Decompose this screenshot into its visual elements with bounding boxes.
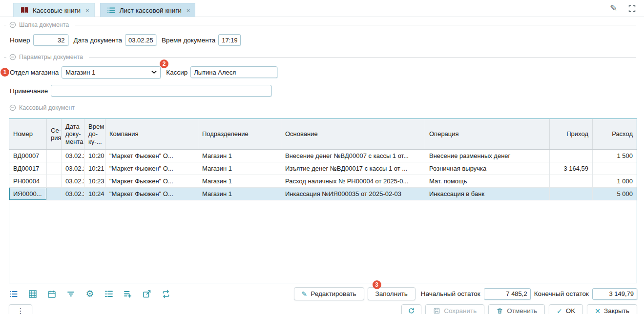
- cashier-input[interactable]: [190, 66, 277, 78]
- table-cell[interactable]: 5 000: [593, 188, 637, 200]
- close-button[interactable]: ✕ Закрыть: [587, 304, 637, 314]
- column-header[interactable]: Подразделение: [198, 119, 281, 149]
- refresh-icon: [408, 307, 415, 314]
- more-button[interactable]: ⋮: [9, 304, 32, 314]
- table-cell[interactable]: Расход наличных № РН00004 от 2025-0...: [281, 175, 425, 187]
- table-cell[interactable]: "Маркет Фьюжен" О...: [105, 150, 198, 162]
- trash-icon: [496, 307, 503, 314]
- table-cell[interactable]: ИЯ0000...: [9, 188, 47, 200]
- table-cell[interactable]: Розничная выручка: [425, 162, 550, 175]
- grid-view-icon[interactable]: [28, 289, 38, 299]
- list-view-icon[interactable]: [9, 289, 19, 299]
- table-cell[interactable]: [47, 162, 62, 175]
- table-cell[interactable]: Магазин 1: [198, 188, 281, 200]
- table-cell[interactable]: Инкассация в банк: [425, 188, 550, 200]
- tab-close-icon[interactable]: ×: [187, 7, 190, 14]
- table-cell[interactable]: 03.02.25: [62, 162, 84, 175]
- gear-icon[interactable]: ⚙: [85, 289, 95, 299]
- column-header[interactable]: Приход: [550, 119, 593, 149]
- column-header[interactable]: Се- рия: [47, 119, 62, 149]
- start-balance-input[interactable]: [484, 288, 531, 300]
- table-cell[interactable]: "Маркет Фьюжен" О...: [105, 175, 198, 187]
- save-button[interactable]: Сохранить: [425, 304, 484, 314]
- table-cell[interactable]: [550, 175, 593, 187]
- table-cell[interactable]: 03.02.25: [62, 150, 84, 162]
- tab-cash-books[interactable]: Кассовые книги ×: [13, 3, 95, 17]
- tab-cash-book-sheet[interactable]: Лист кассовой книги ×: [100, 3, 196, 17]
- table-cell[interactable]: [593, 162, 637, 175]
- refresh-button[interactable]: [401, 304, 421, 314]
- tab-bar: Кассовые книги × Лист кассовой книги × ✎: [0, 0, 644, 17]
- table-row[interactable]: РН0000403.02.2510:23"Маркет Фьюжен" О...…: [9, 175, 637, 188]
- date-input[interactable]: [125, 34, 156, 46]
- note-input[interactable]: [51, 85, 271, 97]
- tab-close-icon[interactable]: ×: [85, 7, 89, 14]
- number-input[interactable]: [33, 34, 68, 46]
- list-icon: [106, 5, 116, 15]
- table-cell[interactable]: Мат. помощь: [425, 175, 550, 187]
- table-cell[interactable]: 1 000: [593, 175, 637, 187]
- section-title-text: Кассовый документ: [19, 104, 75, 111]
- collapse-icon[interactable]: [9, 21, 16, 28]
- store-department-select[interactable]: Магазин 1: [62, 66, 161, 78]
- table-cell[interactable]: ВД00007: [9, 150, 47, 162]
- table-cell[interactable]: 10:20: [84, 150, 105, 162]
- column-header[interactable]: Расход: [593, 119, 637, 149]
- table-cell[interactable]: Инкассация №ИЯ000035 от 2025-02-03: [281, 188, 425, 200]
- filter-icon[interactable]: [66, 289, 76, 299]
- divider: [4, 25, 6, 25]
- table-cell[interactable]: Внесение разменных денег: [425, 150, 550, 162]
- table-cell[interactable]: Внесение денег №ВД00007 с кассы 1 от...: [281, 150, 425, 162]
- table-cell[interactable]: Изъятие денег №ВД00017 с кассы 1 от ...: [281, 162, 425, 175]
- fullscreen-icon[interactable]: [628, 4, 636, 13]
- table-cell[interactable]: РН00004: [9, 175, 47, 187]
- table-cell[interactable]: [47, 175, 62, 187]
- table-cell[interactable]: 03.02.25: [62, 175, 84, 187]
- column-header[interactable]: Операция: [425, 119, 550, 149]
- table-cell[interactable]: ВД00017: [9, 162, 47, 175]
- collapse-icon[interactable]: [9, 104, 16, 111]
- table-cell[interactable]: Магазин 1: [198, 175, 281, 187]
- column-header[interactable]: Номер: [9, 119, 47, 149]
- time-input[interactable]: [218, 34, 241, 46]
- table-cell[interactable]: 10:21: [84, 162, 105, 175]
- table-cell[interactable]: 10:24: [84, 188, 105, 200]
- fill-button[interactable]: Заполнить: [368, 287, 415, 300]
- table-cell[interactable]: Магазин 1: [198, 162, 281, 175]
- ok-button[interactable]: ✓ OK: [549, 304, 583, 314]
- section-doc-header: Шапка документа: [4, 21, 636, 29]
- column-header[interactable]: Основание: [281, 119, 425, 149]
- repeat-icon[interactable]: [161, 289, 171, 299]
- table-cell[interactable]: [47, 150, 62, 162]
- table-cell[interactable]: [550, 188, 593, 200]
- column-header[interactable]: Компания: [105, 119, 198, 149]
- table-cell[interactable]: [550, 150, 593, 162]
- edit-button[interactable]: ✎ Редактировать: [294, 287, 364, 300]
- column-header[interactable]: Врем до- ку-...: [84, 119, 105, 149]
- table-row[interactable]: ВД0000703.02.2510:20"Маркет Фьюжен" О...…: [9, 150, 637, 162]
- save-icon: [433, 307, 440, 314]
- tab-label: Кассовые книги: [33, 7, 81, 14]
- table-cell[interactable]: 03.02.25: [62, 188, 84, 200]
- table-cell[interactable]: "Маркет Фьюжен" О...: [105, 162, 198, 175]
- check-icon: ✓: [557, 308, 562, 314]
- table-cell[interactable]: 1 500: [593, 150, 637, 162]
- selected-option: Магазин 1: [65, 69, 95, 76]
- table-cell[interactable]: Магазин 1: [198, 150, 281, 162]
- table-row[interactable]: ИЯ0000...03.02.2510:24"Маркет Фьюжен" О.…: [9, 188, 637, 200]
- numbered-list-icon[interactable]: [104, 289, 114, 299]
- table-cell[interactable]: 10:23: [84, 175, 105, 187]
- end-balance-input[interactable]: [592, 288, 637, 300]
- add-row-icon[interactable]: [123, 289, 133, 299]
- table-cell[interactable]: "Маркет Фьюжен" О...: [105, 188, 198, 200]
- export-icon[interactable]: [142, 289, 152, 299]
- table-cell[interactable]: 3 164,59: [550, 162, 593, 175]
- column-header[interactable]: Дата доку- мента: [62, 119, 84, 149]
- cancel-button[interactable]: Отменить: [488, 304, 545, 314]
- collapse-icon[interactable]: [9, 54, 16, 60]
- edit-pencil-icon[interactable]: ✎: [610, 4, 617, 13]
- calendar-icon[interactable]: [47, 289, 57, 299]
- table-row[interactable]: ВД0001703.02.2510:21"Маркет Фьюжен" О...…: [9, 162, 637, 175]
- table-cell[interactable]: [47, 188, 62, 200]
- more-icon: ⋮: [17, 307, 24, 314]
